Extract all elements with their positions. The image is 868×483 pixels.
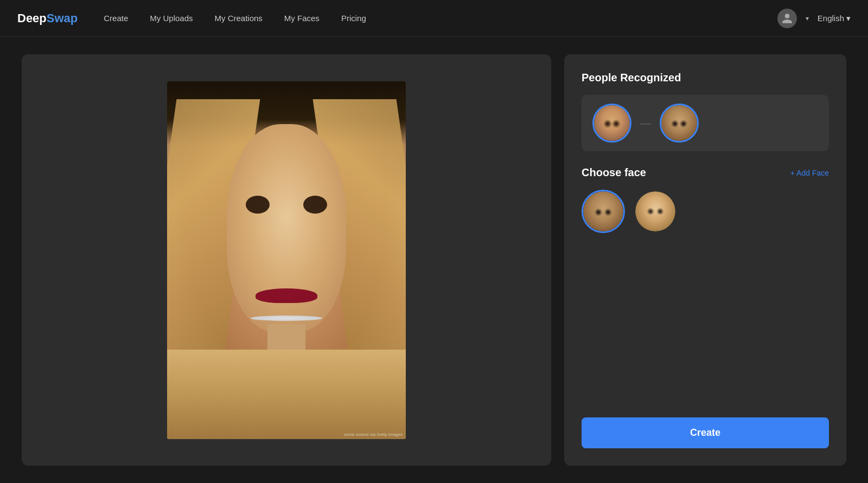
nav-item-uploads[interactable]: My Uploads [150, 11, 193, 25]
arrow-separator-icon: — [640, 117, 651, 130]
main-content: some source via Getty Images People Reco… [0, 37, 868, 483]
nav-item-pricing[interactable]: Pricing [341, 11, 366, 25]
face-option-1[interactable] [582, 190, 625, 233]
recognized-face-2[interactable] [660, 104, 699, 143]
logo[interactable]: DeepSwap [17, 11, 78, 25]
main-image-container: some source via Getty Images [167, 81, 406, 439]
choose-face-section: Choose face + Add Face [582, 166, 829, 233]
nav-item-create[interactable]: Create [104, 11, 128, 25]
nav-item-creations[interactable]: My Creations [215, 11, 263, 25]
left-panel: some source via Getty Images [22, 54, 551, 466]
recognized-face-1-image [594, 105, 630, 141]
people-recognized-container: — [582, 95, 829, 151]
face-option-1-image [583, 191, 623, 231]
language-chevron-icon: ▾ [846, 14, 851, 23]
create-button[interactable]: Create [582, 417, 829, 448]
header-right: ▾ English ▾ [777, 9, 851, 28]
main-nav: Create My Uploads My Creations My Faces … [104, 11, 777, 25]
right-panel: People Recognized — Choose face + Add Fa… [564, 54, 846, 466]
panel-spacer [582, 248, 829, 402]
face-option-2[interactable] [634, 190, 677, 233]
user-avatar[interactable] [777, 9, 797, 28]
people-recognized-title: People Recognized [582, 72, 829, 84]
face-options-container [582, 190, 829, 233]
recognized-face-2-image [661, 105, 697, 141]
image-watermark: some source via Getty Images [344, 432, 403, 437]
choose-face-title: Choose face [582, 166, 646, 179]
recognized-face-1[interactable] [592, 104, 631, 143]
add-face-button[interactable]: + Add Face [790, 169, 829, 177]
nav-item-faces[interactable]: My Faces [284, 11, 320, 25]
people-recognized-section: People Recognized — [582, 72, 829, 151]
face-option-2-image [635, 191, 675, 231]
choose-face-header: Choose face + Add Face [582, 166, 829, 179]
header: DeepSwap Create My Uploads My Creations … [0, 0, 868, 37]
language-label: English [818, 14, 844, 23]
main-image [167, 81, 406, 439]
user-chevron-icon[interactable]: ▾ [806, 15, 809, 22]
language-selector[interactable]: English ▾ [818, 14, 851, 23]
